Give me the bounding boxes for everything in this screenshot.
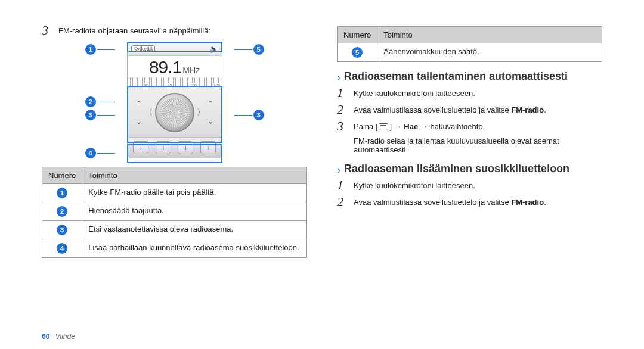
step-line: 2 Avaa valmiustilassa sovellusluettelo j… bbox=[337, 103, 602, 116]
row-badge-icon: 3 bbox=[57, 225, 67, 235]
section-name: Viihde bbox=[55, 332, 75, 341]
controls-table-right: Numero Toiminto 5 Äänenvoimakkuuden säät… bbox=[337, 26, 602, 62]
seek-prev-icon[interactable]: 〈 bbox=[144, 107, 153, 118]
fine-tune-down-icon[interactable]: ⌄ bbox=[136, 117, 142, 126]
table-row: 1 Kytke FM-radio päälle tai pois päältä. bbox=[42, 184, 307, 202]
chevron-icon: › bbox=[337, 164, 340, 175]
table-header-function: Toiminto bbox=[377, 27, 602, 43]
table-row: 2 Hienosäädä taajuutta. bbox=[42, 202, 307, 221]
fine-tune-up-icon[interactable]: ⌃ bbox=[136, 99, 142, 108]
chevron-icon: › bbox=[337, 72, 340, 83]
callout-3-icon: 3 bbox=[85, 110, 96, 120]
row-badge-icon: 2 bbox=[57, 206, 67, 217]
row-function: Kytke FM-radio päälle tai pois päältä. bbox=[82, 184, 307, 202]
frequency-display: 89.1MHz bbox=[128, 56, 222, 77]
callout-4-icon: 4 bbox=[85, 148, 96, 158]
section-heading-add-favorite: › Radioaseman lisääminen suosikkiluettel… bbox=[337, 163, 602, 175]
favorite-slot[interactable]: + bbox=[178, 141, 193, 154]
step-text: Avaa valmiustilassa sovellusluettelo ja … bbox=[354, 103, 546, 114]
section-title: Radioaseman tallentaminen automaattisest… bbox=[344, 70, 568, 83]
row-function: Etsi vastaanotettavissa oleva radioasema… bbox=[82, 221, 307, 239]
tuning-dial[interactable] bbox=[155, 93, 194, 132]
table-header-number: Numero bbox=[42, 167, 82, 184]
seek-next-icon[interactable]: 〉 bbox=[197, 107, 205, 118]
step-line: 1 Kytke kuulokemikrofoni laitteeseen. bbox=[337, 86, 602, 99]
frequency-unit: MHz bbox=[182, 66, 200, 75]
step-text: Avaa valmiustilassa sovellusluettelo ja … bbox=[354, 195, 546, 207]
fine-tune-down2-icon[interactable]: ⌄ bbox=[208, 117, 213, 126]
step-text: FM-radiota ohjataan seuraavilla näppäimi… bbox=[58, 24, 210, 35]
table-header-number: Numero bbox=[338, 27, 377, 43]
frequency-ruler: 90 95 100 105 bbox=[128, 77, 222, 88]
page-footer: 60 Viihde bbox=[42, 332, 75, 341]
fine-tune-up2-icon[interactable]: ⌃ bbox=[208, 99, 213, 108]
row-function: Hienosäädä taajuutta. bbox=[82, 202, 307, 221]
favorites-row: + + + + bbox=[128, 137, 222, 158]
section-title: Radioaseman lisääminen suosikkiluetteloo… bbox=[344, 163, 569, 175]
row-badge-icon: 1 bbox=[57, 188, 67, 198]
row-function: Äänenvoimakkuuden säätö. bbox=[377, 43, 602, 62]
step-number: 3 bbox=[42, 24, 56, 37]
radio-device: Kytkettä 🔈 89.1MHz 90 95 100 105 ⌃⌄ 〈 〉 bbox=[127, 42, 222, 158]
step-line: 3 Paina [] → Hae → hakuvaihtoehto. bbox=[337, 120, 602, 133]
controls-table-left: Numero Toiminto 1 Kytke FM-radio päälle … bbox=[42, 167, 307, 258]
favorite-slot[interactable]: + bbox=[133, 141, 148, 154]
callout-1-icon: 1 bbox=[85, 44, 96, 55]
page-number: 60 bbox=[42, 332, 49, 341]
step-3-intro: 3 FM-radiota ohjataan seuraavilla näppäi… bbox=[42, 24, 307, 37]
table-row: 5 Äänenvoimakkuuden säätö. bbox=[338, 43, 602, 62]
callout-2-icon: 2 bbox=[85, 96, 96, 107]
table-header-function: Toiminto bbox=[82, 167, 307, 184]
step-line: 2 Avaa valmiustilassa sovellusluettelo j… bbox=[337, 195, 602, 208]
step-line: 1 Kytke kuulokemikrofoni laitteeseen. bbox=[337, 179, 602, 192]
frequency-value: 89.1 bbox=[149, 57, 181, 77]
step-note: FM-radio selaa ja tallentaa kuuluvuusalu… bbox=[354, 136, 602, 154]
callout-5-icon: 5 bbox=[253, 44, 264, 55]
row-badge-icon: 4 bbox=[57, 243, 67, 254]
power-toggle[interactable]: Kytkettä bbox=[131, 45, 156, 52]
step-text: Kytke kuulokemikrofoni laitteeseen. bbox=[354, 86, 475, 98]
favorite-slot[interactable]: + bbox=[156, 141, 171, 154]
menu-icon bbox=[379, 123, 388, 130]
step-text: Kytke kuulokemikrofoni laitteeseen. bbox=[354, 179, 475, 190]
callout-3b-icon: 3 bbox=[253, 110, 264, 120]
fm-radio-figure: 1 2 3 4 5 3 bbox=[85, 42, 264, 158]
table-row: 4 Lisää parhaillaan kuunneltava radioase… bbox=[42, 239, 307, 258]
section-heading-auto-save: › Radioaseman tallentaminen automaattise… bbox=[337, 70, 602, 83]
row-function: Lisää parhaillaan kuunneltava radioasema… bbox=[82, 239, 307, 258]
row-badge-icon: 5 bbox=[352, 47, 363, 58]
favorite-slot[interactable]: + bbox=[200, 141, 216, 154]
step-text: Paina [] → Hae → hakuvaihtoehto. bbox=[354, 120, 485, 131]
volume-icon[interactable]: 🔈 bbox=[209, 45, 218, 53]
table-row: 3 Etsi vastaanotettavissa oleva radioase… bbox=[42, 221, 307, 239]
